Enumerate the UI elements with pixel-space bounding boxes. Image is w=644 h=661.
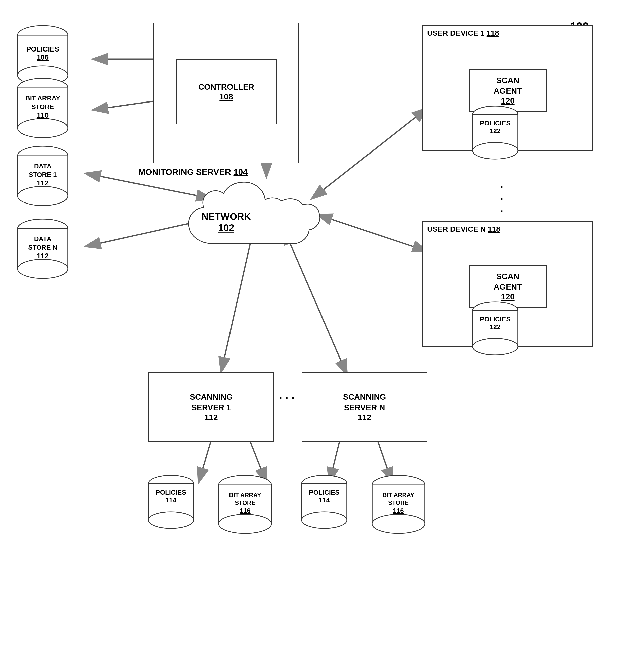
svg-text:NETWORK: NETWORK <box>202 211 251 222</box>
controller-label: CONTROLLER <box>198 82 254 92</box>
svg-line-9 <box>322 108 427 191</box>
scanning-server-1-box: SCANNINGSERVER 1 112 <box>148 372 274 442</box>
data-store-1-label: DATASTORE 1 <box>15 162 70 179</box>
bit-array-store-116-1-cylinder: BIT ARRAYSTORE 116 <box>216 475 274 545</box>
policies-122-1-label: POLICIES <box>470 119 520 127</box>
svg-point-49 <box>473 338 518 355</box>
policies-114-n-cylinder: POLICIES 114 <box>299 475 349 538</box>
user-device-1-title: USER DEVICE 1 118 <box>427 29 499 38</box>
scan-agent-1-number: 120 <box>501 96 514 105</box>
scanning-server-n-box: SCANNINGSERVER N 112 <box>302 372 427 442</box>
svg-point-32 <box>18 186 68 206</box>
bit-array-store-110-number: 110 <box>15 111 70 119</box>
svg-line-10 <box>329 218 427 251</box>
bit-array-store-116-1-number: 116 <box>216 507 274 515</box>
policies-122-1-number: 122 <box>470 127 520 135</box>
svg-point-37 <box>18 259 68 278</box>
policies-114-1-label: POLICIES <box>146 489 196 496</box>
data-store-n-label: DATASTORE N <box>15 235 70 252</box>
bit-array-store-110-label: BIT ARRAYSTORE <box>15 94 70 111</box>
scan-agent-n-label: SCANAGENT <box>494 272 522 292</box>
controller-box: CONTROLLER 108 <box>176 59 276 124</box>
policies-114-n-label: POLICIES <box>299 489 349 496</box>
policies-114-n-number: 114 <box>299 496 349 504</box>
svg-point-64 <box>302 512 347 528</box>
data-store-1-number: 112 <box>15 179 70 187</box>
bit-array-store-110-cylinder: BIT ARRAYSTORE 110 <box>15 78 70 148</box>
dots-user-devices: ··· <box>500 181 503 217</box>
policies-122-n-number: 122 <box>470 323 520 331</box>
user-device-n-title: USER DEVICE N 118 <box>427 225 501 233</box>
policies-106-number: 106 <box>15 53 70 61</box>
policies-114-1-cylinder: POLICIES 114 <box>146 475 196 538</box>
bit-array-store-116-1-label: BIT ARRAYSTORE <box>216 491 274 507</box>
svg-point-69 <box>372 514 425 534</box>
controller-number: 108 <box>220 92 233 101</box>
scanning-server-n-number: 112 <box>358 413 371 422</box>
svg-line-12 <box>289 241 347 374</box>
policies-106-label: POLICIES <box>15 45 70 53</box>
diagram: 100 CONTROLLER 108 MONITORING SERVER 104… <box>0 0 644 661</box>
policies-114-1-number: 114 <box>146 496 196 504</box>
svg-point-59 <box>219 514 272 534</box>
user-device-n-number: 118 <box>488 225 501 233</box>
data-store-n-cylinder: DATASTORE N 112 <box>15 218 70 289</box>
policies-122-n-cylinder: POLICIES 122 <box>470 302 520 364</box>
scanning-server-1-label: SCANNINGSERVER 1 <box>190 392 233 413</box>
user-device-1-number: 118 <box>487 29 499 37</box>
policies-122-n-label: POLICIES <box>470 315 520 323</box>
policies-122-1-cylinder: POLICIES 122 <box>470 105 520 168</box>
svg-point-54 <box>148 512 193 528</box>
scanning-server-1-number: 112 <box>204 413 218 422</box>
network-cloud: NETWORK 102 <box>184 173 324 259</box>
data-store-1-cylinder: DATASTORE 1 112 <box>15 146 70 216</box>
svg-point-27 <box>18 119 68 138</box>
bit-array-store-116-n-number: 116 <box>369 507 427 515</box>
scan-agent-1-label: SCANAGENT <box>494 75 522 96</box>
scan-agent-n-number: 120 <box>501 292 514 302</box>
bit-array-store-116-n-label: BIT ARRAYSTORE <box>369 491 427 507</box>
svg-text:102: 102 <box>218 222 234 233</box>
data-store-n-number: 112 <box>15 252 70 260</box>
monitoring-server-box: CONTROLLER 108 <box>153 23 299 163</box>
bit-array-store-116-n-cylinder: BIT ARRAYSTORE 116 <box>369 475 427 545</box>
svg-point-44 <box>473 142 518 159</box>
dots-scanning-servers: · · · <box>279 392 294 404</box>
scanning-server-n-label: SCANNINGSERVER N <box>343 392 386 413</box>
